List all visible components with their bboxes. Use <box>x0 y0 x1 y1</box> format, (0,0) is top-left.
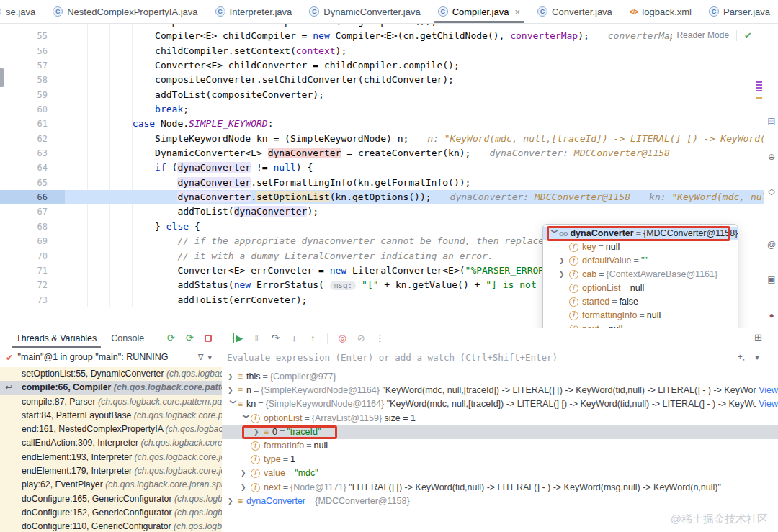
code-line-56[interactable]: 56childCompiler.setContext(context); <box>0 44 764 58</box>
code-line-62[interactable]: 62SimpleKeywordNode kn = (SimpleKeywordN… <box>0 132 764 146</box>
code-line-66[interactable]: 66dynaConverter.setOptionList(kn.getOpti… <box>0 190 764 204</box>
tab-Interpreter.java[interactable]: CInterpreter.java <box>207 0 301 23</box>
code-line-64[interactable]: 64if (dynaConverter != null) { <box>0 161 764 175</box>
tab-se.java[interactable]: Cse.java <box>0 0 44 23</box>
reader-mode-widget[interactable]: Reader Mode ✔ <box>672 28 756 42</box>
chevron-down-icon[interactable]: ❯ <box>238 413 252 423</box>
tab-Converter.java[interactable]: CConverter.java <box>529 0 621 23</box>
frames-list[interactable]: setOptionList:55, DynamicConverter (ch.q… <box>0 367 222 532</box>
bookmarks-icon[interactable]: ◇ <box>764 186 778 197</box>
frame-row[interactable]: doConfigure:165, GenericConfigurator (ch… <box>0 492 222 506</box>
code-line-55[interactable]: 55Compiler<E> childCompiler = new Compil… <box>0 29 764 43</box>
tab-Parser.java[interactable]: CParser.java <box>700 0 778 23</box>
variable-row-type[interactable]: ftype=1 <box>222 453 778 466</box>
variable-row-next[interactable]: ❯fnext={Node@1171} "LITERAL(] [) -> KeyW… <box>222 481 778 495</box>
line-number[interactable]: 60 <box>0 102 65 117</box>
chevron-right-icon[interactable]: ❯ <box>228 384 238 397</box>
chevron-right-icon[interactable]: ❯ <box>241 466 251 480</box>
add-watch-plus-icon[interactable]: +, <box>738 352 745 362</box>
endpoints-icon[interactable]: ⊕ <box>764 152 778 162</box>
code-line-67[interactable]: 67addToList(dynaConverter); <box>0 204 764 219</box>
variable-row-0[interactable]: ❯≡0="traceId" <box>222 425 778 439</box>
variable-row-value[interactable]: ❯fvalue="mdc" <box>222 466 778 480</box>
profiler-icon[interactable]: ● <box>764 310 778 320</box>
variable-row-dynaConverter[interactable]: ❯≡dynaConverter={MDCConverter@1158} <box>222 495 778 508</box>
rerun-icon[interactable]: ⟳ <box>163 331 179 346</box>
tab-logback.xml[interactable]: </>logback.xml <box>621 0 700 23</box>
code-line-63[interactable]: 63DynamicConverter<E> dynaConverter = cr… <box>0 146 764 161</box>
chevron-right-icon[interactable]: ❯ <box>241 481 251 495</box>
filter-icon[interactable]: ∇ <box>198 353 203 362</box>
line-number[interactable]: 62 <box>0 132 65 146</box>
frame-row[interactable]: doConfigure:110, GenericConfigurator (ch… <box>0 520 222 532</box>
line-number[interactable]: 59 <box>0 88 65 102</box>
variable-row-n[interactable]: ❯≡n={SimpleKeywordNode@1164} "KeyWord(md… <box>222 384 778 397</box>
line-number[interactable]: 73 <box>0 293 65 307</box>
frame-row[interactable]: callEndAction:309, Interpreter (ch.qos.l… <box>0 436 222 450</box>
code-line-59[interactable]: 59addToList(compositeConverter); <box>0 88 764 102</box>
line-number[interactable]: 67 <box>0 204 65 219</box>
close-tab-icon[interactable]: × <box>514 6 520 17</box>
line-number[interactable]: 72 <box>0 278 65 292</box>
chevron-down-icon[interactable]: ❯ <box>225 400 239 410</box>
line-number[interactable]: 55 <box>0 29 65 43</box>
chevron-right-icon[interactable]: ❯ <box>254 425 264 439</box>
evaluate-chevron-icon[interactable]: ▾ <box>755 352 759 362</box>
popup-row-cab[interactable]: ❯fcab={ContextAwareBase@1161} <box>543 268 738 281</box>
thread-chevron-icon[interactable]: ▾ <box>207 353 212 362</box>
chevron-right-icon[interactable]: ❯ <box>559 268 569 281</box>
popup-row-formattingInfo[interactable]: fformattingInfo=null <box>543 309 738 323</box>
stop-icon[interactable] <box>200 331 216 346</box>
step-over-icon[interactable]: ↷ <box>267 331 283 346</box>
device-icon[interactable]: ▣ <box>764 274 778 284</box>
debug-tab-threads-variables[interactable]: Threads & Variables <box>9 328 104 348</box>
popup-row-key[interactable]: fkey=null <box>543 240 738 254</box>
layout-settings-icon[interactable]: ⊞ <box>754 332 762 343</box>
frame-row[interactable]: start:84, PatternLayoutBase (ch.qos.logb… <box>0 409 222 423</box>
line-number[interactable]: 56 <box>0 44 65 58</box>
line-number[interactable]: 65 <box>0 176 65 190</box>
frame-row[interactable]: compile:87, Parser (ch.qos.logback.core.… <box>0 395 222 409</box>
view-link[interactable]: View <box>759 397 778 411</box>
frame-row[interactable]: play:62, EventPlayer (ch.qos.logback.cor… <box>0 478 222 492</box>
line-number[interactable]: 68 <box>0 220 65 234</box>
resume-icon[interactable]: ▶ <box>230 331 246 346</box>
code-line-65[interactable]: 65dynaConverter.setFormattingInfo(kn.get… <box>0 176 764 190</box>
code-line-61[interactable]: 61case Node.SIMPLE_KEYWORD: <box>0 117 764 131</box>
variable-row-kn[interactable]: ❯≡kn={SimpleKeywordNode@1164} "KeyWord(m… <box>222 397 778 411</box>
tab-Compiler.java[interactable]: CCompiler.java× <box>429 0 529 23</box>
code-line-57[interactable]: 57Converter<E> childConverter = childCom… <box>0 58 764 73</box>
chevron-right-icon[interactable]: ❯ <box>228 495 238 508</box>
tab-NestedComplexPropertyIA.java[interactable]: CNestedComplexPropertyIA.java <box>44 0 206 23</box>
line-number[interactable]: 58 <box>0 73 65 87</box>
structure-icon[interactable]: ▤ <box>764 116 778 126</box>
chevron-down-icon[interactable]: ❯ <box>547 229 561 239</box>
more-icon[interactable]: ⋮ <box>372 331 388 346</box>
popup-row-next[interactable]: fnext=null <box>543 323 738 328</box>
frame-row[interactable]: setOptionList:55, DynamicConverter (ch.q… <box>0 367 222 381</box>
variable-row-this[interactable]: ❯≡this={Compiler@977} <box>222 370 778 384</box>
view-breakpoints-icon[interactable]: ◎ <box>334 331 350 346</box>
popup-row-dynaConverter[interactable]: ❯oodynaConverter={MDCConverter@1158} <box>543 227 738 240</box>
popup-row-started[interactable]: fstarted=false <box>543 295 738 309</box>
evaluate-expression-bar[interactable]: Evaluate expression (Enter) or add a wat… <box>218 348 778 366</box>
frame-row[interactable]: endElement:193, Interpreter (ch.qos.logb… <box>0 451 222 464</box>
mentions-icon[interactable]: @ <box>764 240 778 250</box>
line-number[interactable]: 57 <box>0 58 65 73</box>
rerun-debug-icon[interactable]: ⟳ <box>182 331 197 346</box>
pause-icon[interactable]: ‖ <box>249 331 264 346</box>
frame-row[interactable]: end:161, NestedComplexPropertyIA (ch.qos… <box>0 423 222 436</box>
line-number[interactable]: 70 <box>0 249 65 263</box>
code-line-60[interactable]: 60break; <box>0 102 764 117</box>
chevron-right-icon[interactable]: ❯ <box>228 370 238 384</box>
popup-row-optionList[interactable]: foptionList=null <box>543 281 738 295</box>
debug-tab-console[interactable]: Console <box>104 328 151 348</box>
variable-row-optionList[interactable]: ❯foptionList={ArrayList@1159} size = 1 <box>222 412 778 425</box>
mute-breakpoints-icon[interactable]: ⊘ <box>353 331 369 346</box>
line-number[interactable]: 69 <box>0 234 65 248</box>
line-number[interactable]: 66 <box>0 190 65 204</box>
line-number[interactable]: 61 <box>0 117 65 131</box>
variables-panel[interactable]: ❯≡this={Compiler@977}❯≡n={SimpleKeywordN… <box>222 367 778 532</box>
line-number[interactable]: 54 <box>0 24 65 29</box>
chevron-right-icon[interactable]: ❯ <box>559 254 569 268</box>
